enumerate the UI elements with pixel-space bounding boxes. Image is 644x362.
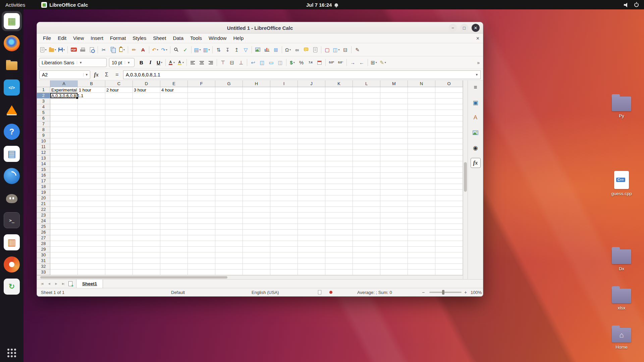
cell-C19[interactable] xyxy=(105,190,133,195)
menu-insert[interactable]: Insert xyxy=(87,34,107,43)
cell-H29[interactable] xyxy=(243,247,270,252)
cell-L5[interactable] xyxy=(353,110,380,116)
cell-H13[interactable] xyxy=(243,156,270,161)
cell-G13[interactable] xyxy=(215,156,243,161)
column-header-L[interactable]: L xyxy=(353,80,380,87)
function-wizard-icon[interactable]: fx xyxy=(92,70,101,79)
format-as-currency-dropdown-arrow[interactable]: ▾ xyxy=(293,61,295,64)
cell-F32[interactable] xyxy=(188,264,215,269)
cell-B27[interactable] xyxy=(78,235,105,241)
cell-M29[interactable] xyxy=(380,247,408,252)
cell-E7[interactable] xyxy=(160,121,188,127)
row-header-18[interactable]: 18 xyxy=(37,184,50,190)
cell-C20[interactable] xyxy=(105,195,133,201)
cell-H6[interactable] xyxy=(243,116,270,121)
cell-N8[interactable] xyxy=(408,127,435,133)
cell-E32[interactable] xyxy=(160,264,188,269)
cell-K17[interactable] xyxy=(325,178,353,184)
cell-L9[interactable] xyxy=(353,133,380,138)
cell-J28[interactable] xyxy=(298,241,325,247)
cell-B13[interactable] xyxy=(78,156,105,161)
cell-B17[interactable] xyxy=(78,178,105,184)
cell-O4[interactable] xyxy=(435,104,463,110)
cell-M33[interactable] xyxy=(380,269,408,275)
cell-H32[interactable] xyxy=(243,264,270,269)
cell-H8[interactable] xyxy=(243,127,270,133)
sum-icon[interactable]: Σ xyxy=(102,70,111,79)
cell-D10[interactable] xyxy=(133,138,160,144)
cell-I22[interactable] xyxy=(270,207,298,213)
cell-M25[interactable] xyxy=(380,224,408,230)
cell-J13[interactable] xyxy=(298,156,325,161)
cell-G21[interactable] xyxy=(215,201,243,207)
cell-E6[interactable] xyxy=(160,116,188,121)
cell-A24[interactable] xyxy=(50,218,78,224)
cell-C27[interactable] xyxy=(105,235,133,241)
cell-G32[interactable] xyxy=(215,264,243,269)
cell-N9[interactable] xyxy=(408,133,435,138)
cell-F17[interactable] xyxy=(188,178,215,184)
cell-M19[interactable] xyxy=(380,190,408,195)
cell-F13[interactable] xyxy=(188,156,215,161)
cell-K6[interactable] xyxy=(325,116,353,121)
row-header-17[interactable]: 17 xyxy=(37,178,50,184)
cell-B3[interactable] xyxy=(78,99,105,104)
cell-N24[interactable] xyxy=(408,218,435,224)
cell-C30[interactable] xyxy=(105,252,133,258)
cell-O7[interactable] xyxy=(435,121,463,127)
close-button[interactable]: ✕ xyxy=(472,24,480,32)
cell-L12[interactable] xyxy=(353,150,380,156)
dock-item-files[interactable] xyxy=(2,55,22,75)
cell-O33[interactable] xyxy=(435,269,463,275)
cell-N33[interactable] xyxy=(408,269,435,275)
print-button[interactable] xyxy=(78,45,87,54)
cell-reference-input[interactable] xyxy=(40,72,83,77)
cell-F16[interactable] xyxy=(188,173,215,178)
cell-A7[interactable] xyxy=(50,121,78,127)
cell-K31[interactable] xyxy=(325,258,353,264)
autofilter-button[interactable]: ▽ xyxy=(241,45,250,54)
save-dropdown-arrow[interactable]: ▾ xyxy=(63,48,65,51)
cell-G24[interactable] xyxy=(215,218,243,224)
align-top-button[interactable]: ⊤ xyxy=(218,58,227,67)
cell-A28[interactable] xyxy=(50,241,78,247)
sheet-tab-sheet1[interactable]: Sheet1 xyxy=(76,280,103,288)
cell-F28[interactable] xyxy=(188,241,215,247)
cell-C32[interactable] xyxy=(105,264,133,269)
cell-G28[interactable] xyxy=(215,241,243,247)
menu-view[interactable]: View xyxy=(70,34,87,43)
cell-N23[interactable] xyxy=(408,213,435,218)
undo-dropdown-arrow[interactable]: ▾ xyxy=(157,48,158,51)
cell-D25[interactable] xyxy=(133,224,160,230)
dock-item-libreoffice-writer[interactable] xyxy=(2,144,22,164)
cell-K1[interactable] xyxy=(325,87,353,93)
cell-L6[interactable] xyxy=(353,116,380,121)
formula-input[interactable] xyxy=(123,72,473,77)
cell-B31[interactable] xyxy=(78,258,105,264)
cell-M3[interactable] xyxy=(380,99,408,104)
cell-M5[interactable] xyxy=(380,110,408,116)
cell-J27[interactable] xyxy=(298,235,325,241)
cell-A13[interactable] xyxy=(50,156,78,161)
cell-A25[interactable] xyxy=(50,224,78,230)
desktop-icon-dx-folder[interactable]: Dx xyxy=(605,249,638,271)
add-sheet-icon[interactable] xyxy=(68,281,72,286)
cell-M2[interactable] xyxy=(380,93,408,99)
cell-O2[interactable] xyxy=(435,93,463,99)
cell-B9[interactable] xyxy=(78,133,105,138)
name-box[interactable]: ▼ xyxy=(39,70,90,79)
column-header-G[interactable]: G xyxy=(215,80,243,87)
cell-D6[interactable] xyxy=(133,116,160,121)
cell-G6[interactable] xyxy=(215,116,243,121)
row-header-29[interactable]: 29 xyxy=(37,247,50,252)
activities-button[interactable]: Activities xyxy=(5,2,25,8)
cell-C22[interactable] xyxy=(105,207,133,213)
cell-M26[interactable] xyxy=(380,230,408,235)
cell-E10[interactable] xyxy=(160,138,188,144)
row-header-3[interactable]: 3 xyxy=(37,99,50,104)
open-button[interactable]: ▾ xyxy=(48,45,57,54)
column-header-D[interactable]: D xyxy=(133,80,160,87)
horizontal-scrollbar[interactable] xyxy=(37,275,463,279)
cell-F4[interactable] xyxy=(188,104,215,110)
cell-N30[interactable] xyxy=(408,252,435,258)
